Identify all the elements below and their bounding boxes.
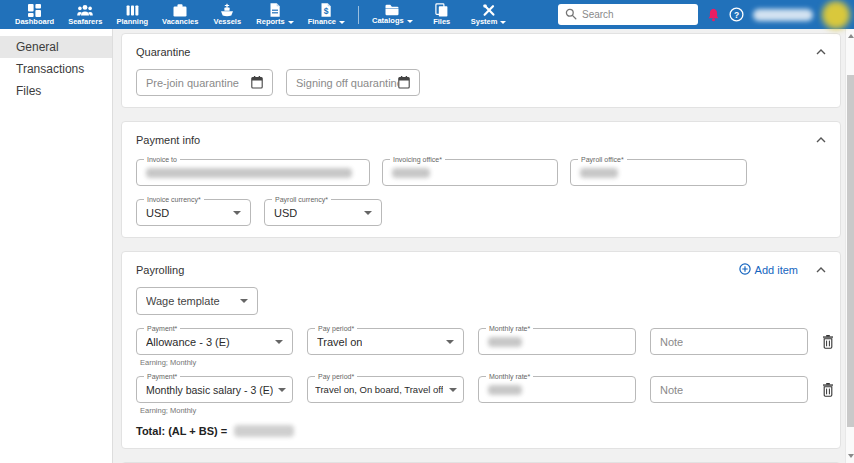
nav-divider — [358, 6, 359, 24]
chevron-down-icon — [278, 388, 286, 392]
vertical-scrollbar[interactable] — [845, 29, 854, 463]
nav-label: Files — [433, 18, 450, 26]
nav-label: Vacancies — [162, 18, 198, 26]
top-nav: Dashboard Seafarers Planning Vacancies V… — [0, 0, 854, 29]
monthly-rate-field[interactable]: Monthly rate* — [478, 376, 636, 403]
chevron-down-icon — [449, 388, 457, 392]
payment-info-card: Payment info Invoice to Invoicing office… — [121, 121, 841, 238]
redacted-value — [488, 337, 522, 347]
nav-item-reports[interactable]: Reports — [249, 0, 300, 29]
sidebar-item-transactions[interactable]: Transactions — [0, 58, 112, 80]
nav-item-planning[interactable]: Planning — [109, 0, 155, 29]
nav-item-finance[interactable]: $ Finance — [301, 0, 352, 29]
redacted-value — [488, 385, 522, 395]
reports-icon — [269, 3, 281, 18]
collapse-chevron-icon[interactable] — [816, 267, 826, 273]
scroll-up-icon[interactable] — [848, 34, 854, 38]
nav-label: Dashboard — [15, 18, 54, 26]
pay-period-value: Travel on — [317, 336, 362, 348]
total-line: Total: (AL + BS) = — [136, 425, 826, 437]
chevron-down-icon — [339, 21, 345, 24]
nav-label: Reports — [256, 18, 293, 26]
note-field[interactable]: Note — [650, 328, 808, 355]
planning-icon — [126, 4, 139, 18]
system-icon — [482, 3, 496, 18]
delete-row-icon[interactable] — [822, 335, 834, 349]
payment-value: Monthly basic salary - 3 (E) — [146, 384, 273, 396]
payment-select[interactable]: Payment* Monthly basic salary - 3 (E) — [136, 376, 293, 403]
redacted-value — [580, 168, 618, 178]
add-item-label: Add item — [755, 264, 798, 276]
payment-value: Allowance - 3 (E) — [146, 336, 230, 348]
invoice-to-label: Invoice to — [144, 155, 180, 164]
monthly-rate-label: Monthly rate* — [486, 324, 533, 333]
payroll-office-field[interactable]: Payroll office* — [570, 159, 747, 186]
vessels-icon — [220, 3, 234, 18]
nav-item-vessels[interactable]: Vessels — [205, 0, 249, 29]
monthly-rate-label: Monthly rate* — [486, 372, 533, 381]
pay-period-select[interactable]: Pay period* Travel on — [307, 328, 464, 355]
chevron-down-icon — [364, 211, 372, 215]
payment-helper-text: Earning; Monthly — [140, 406, 826, 415]
avatar[interactable] — [822, 1, 850, 29]
scroll-down-icon[interactable] — [848, 454, 854, 458]
collapse-chevron-icon[interactable] — [816, 49, 826, 55]
nav-item-catalogs[interactable]: Catalogs — [365, 0, 420, 29]
section-title-payrolling: Payrolling — [136, 264, 184, 276]
quarantine-card: Quarantine Pre-join quarantine Signing o… — [121, 33, 841, 108]
nav-label: Finance — [308, 18, 345, 26]
payment-helper-text: Earning; Monthly — [140, 358, 826, 367]
invoice-currency-value: USD — [146, 207, 169, 219]
nav-label: Vessels — [214, 18, 242, 26]
note-placeholder: Note — [660, 384, 683, 396]
collapse-chevron-icon[interactable] — [816, 137, 826, 143]
chevron-down-icon — [275, 340, 283, 344]
delete-row-icon[interactable] — [822, 383, 834, 397]
sidebar-item-general[interactable]: General — [0, 36, 112, 58]
nav-item-vacancies[interactable]: Vacancies — [155, 0, 205, 29]
pay-period-label: Pay period* — [315, 372, 357, 381]
invoice-to-field[interactable]: Invoice to — [136, 159, 370, 186]
user-name-redacted[interactable] — [753, 9, 813, 21]
add-circle-icon — [739, 263, 751, 277]
pay-period-select[interactable]: Pay period* Travel on, On board, Travel … — [307, 376, 464, 403]
nav-item-seafarers[interactable]: Seafarers — [61, 0, 109, 29]
add-item-button[interactable]: Add item — [739, 263, 798, 277]
chevron-down-icon — [240, 299, 248, 303]
pay-period-value: Travel on, On board, Travel off — [315, 384, 443, 395]
notifications-bell-icon[interactable] — [707, 8, 720, 22]
calendar-icon[interactable] — [251, 76, 263, 89]
signoff-quarantine-field[interactable]: Signing off quarantine — [286, 69, 420, 96]
svg-text:$: $ — [324, 6, 329, 16]
payroll-office-label: Payroll office* — [578, 155, 627, 164]
payroll-currency-select[interactable]: Payroll currency* USD — [264, 199, 382, 226]
redacted-value — [146, 168, 352, 178]
chevron-down-icon — [500, 21, 506, 24]
note-placeholder: Note — [660, 336, 683, 348]
invoice-currency-select[interactable]: Invoice currency* USD — [136, 199, 251, 226]
seafarers-icon — [77, 4, 93, 18]
prejoin-quarantine-field[interactable]: Pre-join quarantine — [136, 69, 273, 96]
nav-label: Catalogs — [372, 17, 413, 25]
section-title-payment-info: Payment info — [136, 134, 200, 146]
search-box[interactable] — [558, 4, 698, 25]
note-field[interactable]: Note — [650, 376, 808, 403]
invoicing-office-field[interactable]: Invoicing office* — [382, 159, 558, 186]
finance-icon: $ — [320, 3, 332, 18]
nav-item-dashboard[interactable]: Dashboard — [8, 0, 61, 29]
sidebar-item-files[interactable]: Files — [0, 80, 112, 102]
invoice-currency-label: Invoice currency* — [144, 195, 204, 204]
nav-item-files[interactable]: Files — [420, 0, 464, 29]
monthly-rate-field[interactable]: Monthly rate* — [478, 328, 636, 355]
nav-item-system[interactable]: System — [464, 0, 514, 29]
svg-text:?: ? — [734, 10, 739, 20]
calendar-icon[interactable] — [398, 76, 410, 89]
main-panel: Quarantine Pre-join quarantine Signing o… — [113, 29, 854, 463]
wage-template-select[interactable]: Wage template — [136, 287, 258, 315]
scrollbar-thumb[interactable] — [847, 75, 854, 427]
payrolling-card: Payrolling Add item Wage template — [121, 251, 841, 449]
total-label: Total: (AL + BS) = — [136, 425, 227, 437]
payment-select[interactable]: Payment* Allowance - 3 (E) — [136, 328, 293, 355]
search-input[interactable] — [582, 9, 691, 20]
help-icon[interactable]: ? — [729, 7, 744, 22]
